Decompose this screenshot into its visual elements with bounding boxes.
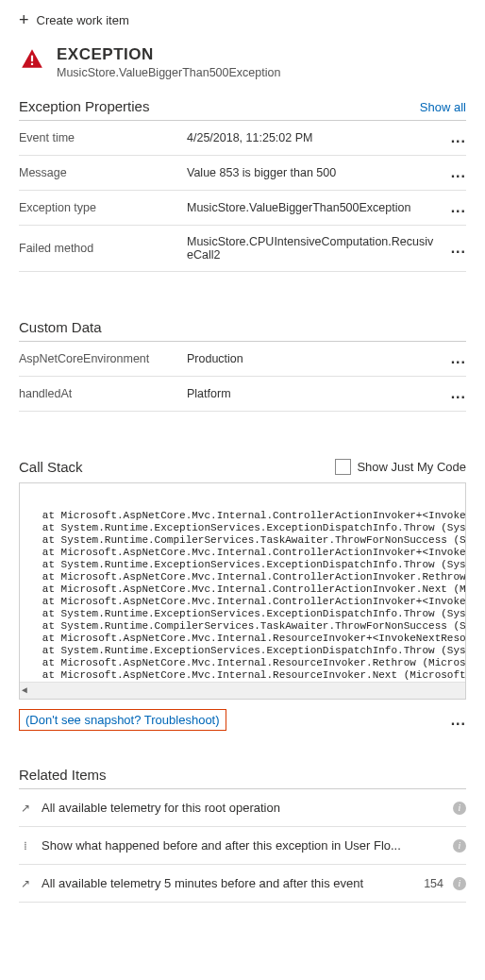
svg-rect-1 (31, 63, 33, 65)
custom-more-menu[interactable]: ... (447, 386, 466, 401)
custom-data-row: AspNetCoreEnvironmentProduction... (19, 342, 466, 377)
custom-data-section: Custom Data AspNetCoreEnvironmentProduct… (0, 310, 485, 412)
create-work-item-button[interactable]: Create work item (37, 13, 129, 27)
related-item-icon: ⁞ (19, 839, 32, 853)
plus-icon[interactable]: + (19, 11, 29, 28)
property-row: MessageValue 853 is bigger than 500... (19, 156, 466, 191)
custom-key: AspNetCoreEnvironment (19, 352, 179, 365)
related-item-text: All available telemetry for this root op… (42, 801, 434, 815)
exception-properties-section: Exception Properties Show all Event time… (0, 89, 485, 272)
call-stack-section: Call Stack Show Just My Code at Microsof… (0, 449, 485, 731)
show-all-link[interactable]: Show all (420, 100, 466, 114)
show-just-my-code-checkbox[interactable]: Show Just My Code (335, 459, 466, 475)
related-item-icon: ↗ (19, 802, 32, 815)
exception-header: EXCEPTION MusicStore.ValueBiggerThan500E… (0, 40, 485, 89)
exception-title: EXCEPTION (57, 45, 280, 64)
property-key: Exception type (19, 201, 179, 214)
custom-value: Platform (187, 387, 440, 400)
toolbar: + Create work item (0, 0, 485, 40)
related-item[interactable]: ↗All available telemetry 5 minutes befor… (19, 865, 466, 903)
exception-subtitle: MusicStore.ValueBiggerThan500Exception (57, 66, 280, 79)
property-row: Event time4/25/2018, 11:25:02 PM... (19, 121, 466, 156)
related-item-icon: ↗ (19, 877, 32, 890)
call-stack-more-menu[interactable]: ... (451, 712, 466, 729)
property-value: 4/25/2018, 11:25:02 PM (187, 131, 440, 144)
info-icon[interactable]: i (453, 877, 466, 890)
related-items-section: Related Items ↗All available telemetry f… (0, 757, 485, 921)
exception-properties-heading: Exception Properties (19, 98, 149, 114)
property-value: MusicStore.CPUIntensiveComputation.Recus… (187, 235, 440, 262)
property-more-menu[interactable]: ... (447, 165, 466, 180)
related-item-text: Show what happened before and after this… (42, 838, 434, 853)
info-icon[interactable]: i (453, 839, 466, 853)
show-just-my-code-label: Show Just My Code (357, 460, 466, 474)
custom-data-row: handledAtPlatform... (19, 377, 466, 412)
call-stack-heading: Call Stack (19, 459, 83, 475)
troubleshoot-snapshot-link[interactable]: (Don't see snapshot? Troubleshoot) (19, 709, 226, 731)
custom-value: Production (187, 352, 440, 365)
svg-rect-0 (31, 56, 33, 61)
property-key: Event time (19, 131, 179, 144)
checkbox-box-icon[interactable] (335, 459, 351, 475)
property-row: Failed methodMusicStore.CPUIntensiveComp… (19, 226, 466, 272)
property-key: Message (19, 166, 179, 179)
related-item-count: 154 (424, 877, 443, 890)
related-items-heading: Related Items (19, 767, 466, 789)
property-key: Failed method (19, 242, 179, 255)
property-value: MusicStore.ValueBiggerThan500Exception (187, 201, 440, 214)
related-item[interactable]: ⁞Show what happened before and after thi… (19, 827, 466, 865)
custom-data-heading: Custom Data (19, 319, 102, 335)
horizontal-scrollbar[interactable]: ◄ (20, 682, 465, 699)
related-item[interactable]: ↗All available telemetry for this root o… (19, 789, 466, 827)
property-value: Value 853 is bigger than 500 (187, 166, 440, 179)
custom-key: handledAt (19, 387, 179, 400)
property-row: Exception typeMusicStore.ValueBiggerThan… (19, 191, 466, 226)
custom-more-menu[interactable]: ... (447, 351, 466, 366)
info-icon[interactable]: i (453, 802, 466, 815)
property-more-menu[interactable]: ... (447, 200, 466, 215)
property-more-menu[interactable]: ... (447, 130, 466, 145)
exception-warning-icon (19, 47, 45, 72)
scroll-left-arrow-icon[interactable]: ◄ (22, 684, 27, 697)
property-more-menu[interactable]: ... (447, 241, 466, 256)
related-item-text: All available telemetry 5 minutes before… (42, 876, 414, 890)
call-stack-pane[interactable]: at Microsoft.AspNetCore.Mvc.Internal.Con… (19, 482, 466, 700)
